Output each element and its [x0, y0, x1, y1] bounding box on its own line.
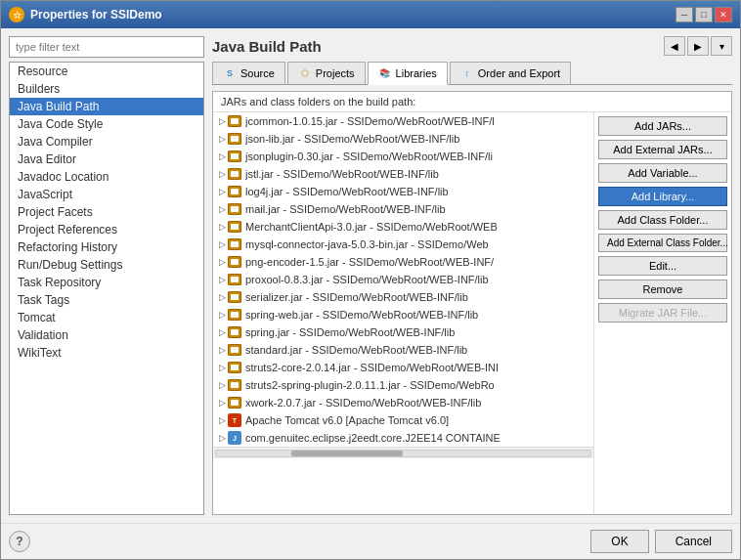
- help-button[interactable]: ?: [9, 531, 30, 552]
- title-buttons: ─ □ ✕: [676, 7, 732, 22]
- main-header: Java Build Path ◀ ▶ ▾: [212, 36, 732, 56]
- jar-name: struts2-spring-plugin-2.0.11.1.jar - SSI…: [245, 379, 495, 391]
- sidebar-item-task-repository[interactable]: Task Repository: [10, 274, 203, 291]
- nav-buttons: ◀ ▶ ▾: [664, 36, 732, 56]
- edit-button[interactable]: Edit...: [598, 256, 727, 276]
- jar-type-icon: [227, 272, 242, 287]
- list-item[interactable]: ▷ xwork-2.0.7.jar - SSIDemo/WebRoot/WEB-…: [213, 394, 593, 411]
- horizontal-scrollbar[interactable]: [213, 447, 593, 458]
- add-library-button[interactable]: Add Library...: [598, 187, 727, 206]
- forward-button[interactable]: ▶: [687, 36, 709, 56]
- expand-icon: ▷: [217, 201, 227, 217]
- expand-icon: ▷: [217, 307, 227, 323]
- sidebar-item-wikitext[interactable]: WikiText: [10, 344, 203, 362]
- scroll-track[interactable]: [215, 450, 591, 457]
- jar-name: spring.jar - SSIDemo/WebRoot/WEB-INF/lib: [245, 326, 455, 338]
- jar-type-icon: [227, 377, 242, 393]
- j2ee-type-icon: J: [227, 430, 242, 446]
- list-item[interactable]: ▷ log4j.jar - SSIDemo/WebRoot/WEB-INF/li…: [213, 183, 593, 200]
- projects-tab-icon: ⬡: [298, 66, 312, 80]
- list-item[interactable]: ▷ jcommon-1.0.15.jar - SSIDemo/WebRoot/W…: [213, 112, 593, 130]
- add-jars-button[interactable]: Add JARs...: [598, 116, 727, 136]
- sidebar-item-builders[interactable]: Builders: [10, 80, 203, 98]
- sidebar-item-run-debug-settings[interactable]: Run/Debug Settings: [10, 256, 203, 274]
- list-item[interactable]: ▷ MerchantClientApi-3.0.jar - SSIDemo/We…: [213, 218, 593, 236]
- jar-name: serializer.jar - SSIDemo/WebRoot/WEB-INF…: [245, 291, 468, 303]
- add-variable-button[interactable]: Add Variable...: [598, 163, 727, 183]
- list-item[interactable]: ▷ proxool-0.8.3.jar - SSIDemo/WebRoot/WE…: [213, 271, 593, 288]
- expand-icon: ▷: [217, 131, 227, 147]
- sidebar-item-java-build-path[interactable]: Java Build Path: [10, 98, 203, 115]
- list-item[interactable]: ▷ T Apache Tomcat v6.0 [Apache Tomcat v6…: [213, 411, 593, 429]
- jar-type-icon: [227, 166, 242, 182]
- footer: ? OK Cancel: [1, 523, 740, 559]
- tab-projects[interactable]: ⬡ Projects: [287, 62, 366, 84]
- title-bar-left: ☆ Properties for SSIDemo: [9, 7, 162, 22]
- sidebar-item-task-tags[interactable]: Task Tags: [10, 291, 203, 309]
- dropdown-button[interactable]: ▾: [711, 36, 732, 56]
- maximize-button[interactable]: □: [695, 7, 713, 22]
- panel-description: JARs and class folders on the build path…: [213, 92, 731, 112]
- list-item[interactable]: ▷ jsonplugin-0.30.jar - SSIDemo/WebRoot/…: [213, 148, 593, 165]
- list-item[interactable]: ▷ struts2-spring-plugin-2.0.11.1.jar - S…: [213, 376, 593, 394]
- ok-button[interactable]: OK: [590, 530, 648, 553]
- tab-libraries[interactable]: 📚 Libraries: [368, 62, 448, 85]
- tab-order-export[interactable]: ↕ Order and Export: [450, 62, 571, 84]
- add-external-jars-button[interactable]: Add External JARs...: [598, 140, 727, 159]
- cancel-button[interactable]: Cancel: [655, 530, 732, 553]
- sidebar-item-project-references[interactable]: Project References: [10, 221, 203, 238]
- list-item[interactable]: ▷ mysql-connector-java-5.0.3-bin.jar - S…: [213, 236, 593, 253]
- jar-type-icon: [227, 395, 242, 410]
- list-item[interactable]: ▷ spring-web.jar - SSIDemo/WebRoot/WEB-I…: [213, 306, 593, 323]
- expand-icon: ▷: [217, 166, 227, 182]
- properties-window: ☆ Properties for SSIDemo ─ □ ✕ Resource …: [0, 0, 741, 560]
- tabs-container: S Source ⬡ Projects 📚 Libraries ↕ Order …: [212, 62, 732, 85]
- sidebar-list: Resource Builders Java Build Path Java C…: [9, 62, 204, 515]
- list-item[interactable]: ▷ jstl.jar - SSIDemo/WebRoot/WEB-INF/lib: [213, 165, 593, 183]
- list-item[interactable]: ▷ png-encoder-1.5.jar - SSIDemo/WebRoot/…: [213, 253, 593, 271]
- add-class-folder-button[interactable]: Add Class Folder...: [598, 210, 727, 230]
- libraries-panel: JARs and class folders on the build path…: [212, 91, 732, 515]
- jar-type-icon: [227, 201, 242, 217]
- minimize-button[interactable]: ─: [676, 7, 693, 22]
- libraries-tab-icon: 📚: [378, 66, 392, 80]
- jar-list: ▷ jcommon-1.0.15.jar - SSIDemo/WebRoot/W…: [213, 112, 594, 514]
- window-icon: ☆: [9, 7, 24, 22]
- list-item[interactable]: ▷ standard.jar - SSIDemo/WebRoot/WEB-INF…: [213, 341, 593, 359]
- list-item[interactable]: ▷ spring.jar - SSIDemo/WebRoot/WEB-INF/l…: [213, 323, 593, 341]
- sidebar-item-javadoc-location[interactable]: Javadoc Location: [10, 168, 203, 186]
- list-item[interactable]: ▷ struts2-core-2.0.14.jar - SSIDemo/WebR…: [213, 359, 593, 376]
- sidebar-item-java-editor[interactable]: Java Editor: [10, 151, 203, 168]
- close-button[interactable]: ✕: [715, 7, 732, 22]
- sidebar-item-refactoring-history[interactable]: Refactoring History: [10, 238, 203, 256]
- sidebar-item-resource[interactable]: Resource: [10, 63, 203, 80]
- sidebar: Resource Builders Java Build Path Java C…: [9, 36, 204, 515]
- tab-source[interactable]: S Source: [212, 62, 285, 84]
- panel-body: ▷ jcommon-1.0.15.jar - SSIDemo/WebRoot/W…: [213, 112, 731, 514]
- jar-name: jcommon-1.0.15.jar - SSIDemo/WebRoot/WEB…: [245, 115, 495, 127]
- sidebar-item-java-code-style[interactable]: Java Code Style: [10, 115, 203, 133]
- expand-icon: ▷: [217, 430, 227, 446]
- list-item[interactable]: ▷ mail.jar - SSIDemo/WebRoot/WEB-INF/lib: [213, 200, 593, 218]
- sidebar-item-java-compiler[interactable]: Java Compiler: [10, 133, 203, 151]
- jar-name: MerchantClientApi-3.0.jar - SSIDemo/WebR…: [245, 221, 498, 233]
- sidebar-item-javascript[interactable]: JavaScript: [10, 186, 203, 203]
- jar-type-icon: [227, 184, 242, 199]
- expand-icon: ▷: [217, 254, 227, 270]
- migrate-jar-button[interactable]: Migrate JAR File...: [598, 303, 727, 323]
- remove-button[interactable]: Remove: [598, 280, 727, 299]
- filter-input[interactable]: [9, 36, 204, 58]
- expand-icon: ▷: [217, 412, 227, 428]
- list-item[interactable]: ▷ json-lib.jar - SSIDemo/WebRoot/WEB-INF…: [213, 130, 593, 148]
- sidebar-item-project-facets[interactable]: Project Facets: [10, 203, 203, 221]
- jar-type-icon: [227, 289, 242, 305]
- back-button[interactable]: ◀: [664, 36, 685, 56]
- jar-name: json-lib.jar - SSIDemo/WebRoot/WEB-INF/l…: [245, 133, 459, 145]
- jar-type-icon: [227, 342, 242, 358]
- scroll-thumb[interactable]: [291, 451, 404, 456]
- list-item[interactable]: ▷ J com.genuitec.eclipse.j2eedt.core.J2E…: [213, 429, 593, 447]
- list-item[interactable]: ▷ serializer.jar - SSIDemo/WebRoot/WEB-I…: [213, 288, 593, 306]
- sidebar-item-validation[interactable]: Validation: [10, 326, 203, 344]
- sidebar-item-tomcat[interactable]: Tomcat: [10, 309, 203, 326]
- add-external-class-folder-button[interactable]: Add External Class Folder...: [598, 234, 727, 252]
